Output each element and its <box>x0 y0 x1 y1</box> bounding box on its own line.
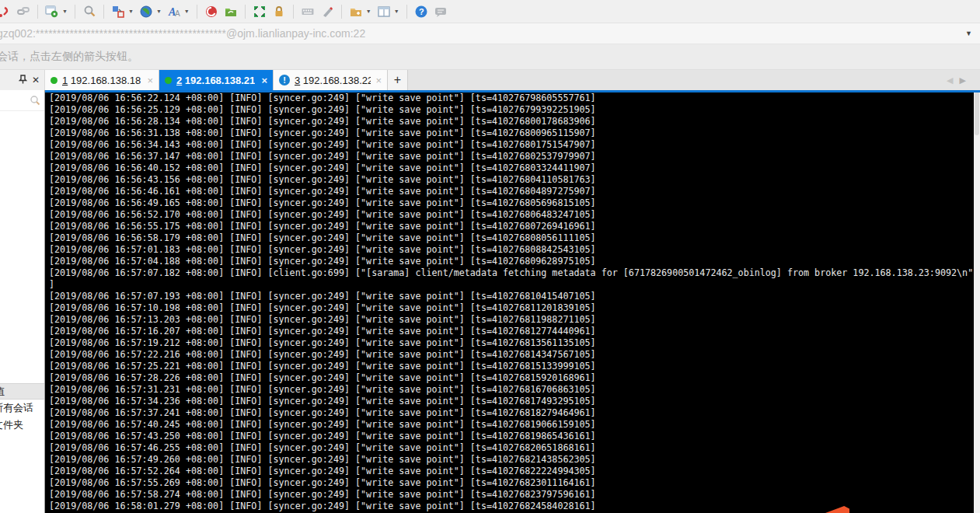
notification-text: 会话，点击左侧的箭头按钮。 <box>0 50 138 64</box>
log-line: [2019/08/06 16:57:55.269 +08:00] [INFO] … <box>49 477 974 489</box>
session-tab[interactable]: 1 192.168.138.18× <box>45 70 159 90</box>
sync-folder-icon[interactable] <box>222 3 239 20</box>
pin-icon[interactable] <box>19 75 27 86</box>
log-line: [2019/08/06 16:56:25.129 +08:00] [INFO] … <box>49 104 974 116</box>
fullscreen-icon[interactable] <box>251 3 268 20</box>
tab-strip: 1 192.168.138.18×2 192.168.138.21×!3 192… <box>45 70 980 90</box>
toolbar-separator <box>103 5 104 19</box>
notification-bar: 会话，点击左侧的箭头按钮。 <box>0 44 980 70</box>
log-line: [2019/08/06 16:56:22.124 +08:00] [INFO] … <box>49 92 974 104</box>
log-line: [2019/08/06 16:56:28.134 +08:00] [INFO] … <box>49 116 974 127</box>
toolbar-separator <box>406 5 407 19</box>
session-tab[interactable]: !3 192.168.138.22× <box>274 70 388 90</box>
sidebar-item[interactable]: 文件夹 <box>0 417 44 434</box>
log-line: [2019/08/06 16:57:46.255 +08:00] [INFO] … <box>49 442 974 454</box>
tab-bar: ✕ 1 192.168.138.18×2 192.168.138.21×!3 1… <box>0 70 980 90</box>
address-bar[interactable]: gzq002:*********************************… <box>0 23 980 44</box>
redraw-swirl-icon[interactable] <box>203 3 220 20</box>
log-line: [2019/08/06 16:57:13.203 +08:00] [INFO] … <box>49 314 974 326</box>
chevron-down-icon[interactable]: ▼ <box>184 9 190 14</box>
log-line: [2019/08/06 16:57:16.207 +08:00] [INFO] … <box>49 326 974 337</box>
font-icon[interactable]: AA <box>166 3 183 20</box>
log-line: [2019/08/06 16:56:43.156 +08:00] [INFO] … <box>49 174 974 186</box>
chevron-down-icon[interactable]: ▼ <box>366 9 371 14</box>
svg-text:?: ? <box>419 7 424 16</box>
tab-scroll-buttons: ◀ ▶ <box>947 70 980 90</box>
chevron-down-icon[interactable]: ▼ <box>128 9 134 14</box>
main-area: 值所有会话文件夹 [2019/08/06 16:56:22.124 +08:00… <box>0 90 980 513</box>
log-line: [2019/08/06 16:57:52.264 +08:00] [INFO] … <box>49 466 974 477</box>
tile-layout-icon[interactable] <box>375 3 392 20</box>
sidebar-section-header: 值 <box>0 383 44 400</box>
log-line: [2019/08/06 16:56:52.170 +08:00] [INFO] … <box>49 209 974 221</box>
unlink-icon[interactable] <box>15 3 32 20</box>
help-icon[interactable]: ? <box>413 3 430 20</box>
keyboard-icon[interactable] <box>299 3 316 20</box>
terminal-screen[interactable]: [2019/08/06 16:56:22.124 +08:00] [INFO] … <box>45 90 974 513</box>
search-icon <box>30 95 40 109</box>
chevron-down-icon[interactable]: ▼ <box>394 9 399 14</box>
svg-text:A: A <box>175 9 180 18</box>
new-folder-icon[interactable] <box>347 3 364 20</box>
log-line: [2019/08/06 16:57:07.193 +08:00] [INFO] … <box>49 291 974 302</box>
log-line: [2019/08/06 16:56:40.152 +08:00] [INFO] … <box>49 162 974 174</box>
session-tab[interactable]: 2 192.168.138.21× <box>159 70 274 90</box>
sidebar-search[interactable] <box>0 92 44 111</box>
close-pane-icon[interactable]: ✕ <box>32 75 40 85</box>
toolbar-separator <box>341 5 342 19</box>
toolbar: ▼ ▼ ▼ AA ▼ <box>0 0 980 23</box>
active-tab-strip <box>45 90 980 92</box>
log-line: [2019/08/06 16:57:43.250 +08:00] [INFO] … <box>49 431 974 442</box>
session-sidebar: 值所有会话文件夹 <box>0 90 45 513</box>
highlighter-icon[interactable] <box>319 3 336 20</box>
log-line: [2019/08/06 16:56:34.143 +08:00] [INFO] … <box>49 139 974 151</box>
tab-scroll-right-icon[interactable]: ▶ <box>960 75 966 86</box>
globe-icon[interactable] <box>138 3 155 20</box>
connected-dot-icon <box>51 77 58 84</box>
log-line: [2019/08/06 16:56:46.161 +08:00] [INFO] … <box>49 186 974 197</box>
log-line: [2019/08/06 16:56:37.147 +08:00] [INFO] … <box>49 151 974 162</box>
log-line: [2019/08/06 16:57:58.274 +08:00] [INFO] … <box>49 489 974 501</box>
tab-scroll-left-icon[interactable]: ◀ <box>947 75 953 86</box>
log-line: [2019/08/06 16:57:34.236 +08:00] [INFO] … <box>49 396 974 407</box>
toolbar-separator <box>37 5 38 19</box>
tab-close-icon[interactable]: × <box>375 75 382 86</box>
toolbar-separator <box>75 5 75 19</box>
log-line: [2019/08/06 16:57:25.221 +08:00] [INFO] … <box>49 361 974 372</box>
toolbar-separator <box>197 5 197 19</box>
log-line: [2019/08/06 16:56:55.175 +08:00] [INFO] … <box>49 221 974 232</box>
sidebar-item[interactable]: 所有会话 <box>0 400 44 417</box>
find-icon[interactable] <box>81 3 98 20</box>
warning-icon: ! <box>279 75 290 86</box>
scrollbar-thumb[interactable] <box>975 92 979 135</box>
log-line: [2019/08/06 16:56:49.165 +08:00] [INFO] … <box>49 197 974 209</box>
log-line: [2019/08/06 16:56:31.138 +08:00] [INFO] … <box>49 127 974 139</box>
log-line: [2019/08/06 16:57:04.188 +08:00] [INFO] … <box>49 256 974 267</box>
new-tab-button[interactable]: + <box>388 70 408 90</box>
connected-dot-icon <box>165 77 172 84</box>
chevron-down-icon[interactable]: ▼ <box>156 9 162 14</box>
toolbar-separator <box>245 5 246 19</box>
log-line: [2019/08/06 16:57:40.245 +08:00] [INFO] … <box>49 419 974 431</box>
toolbar-separator <box>293 5 294 19</box>
tab-close-icon[interactable]: × <box>147 75 153 86</box>
session-properties-icon[interactable] <box>44 3 61 20</box>
chevron-down-icon[interactable]: ▼ <box>62 9 68 14</box>
address-dropdown-icon[interactable]: ▼ <box>965 30 972 37</box>
message-icon[interactable] <box>432 3 449 20</box>
layout-boxes-icon[interactable] <box>110 3 127 20</box>
address-text: gzq002:*********************************… <box>0 27 365 40</box>
log-line: [2019/08/06 16:57:10.198 +08:00] [INFO] … <box>49 302 974 314</box>
tab-label: 2 192.168.138.21 <box>176 75 255 86</box>
sidebar-list: 值所有会话文件夹 <box>0 383 44 434</box>
tab-close-icon[interactable]: × <box>261 75 267 86</box>
log-line: [2019/08/06 16:57:01.183 +08:00] [INFO] … <box>49 244 974 256</box>
log-line: [2019/08/06 16:57:07.182 +08:00] [INFO] … <box>49 267 974 279</box>
log-line: [2019/08/06 16:57:28.226 +08:00] [INFO] … <box>49 372 974 384</box>
session-partial-icon[interactable] <box>0 3 12 20</box>
log-line: [2019/08/06 16:57:37.241 +08:00] [INFO] … <box>49 407 974 419</box>
xshell-window: ▼ ▼ ▼ AA ▼ <box>0 0 980 513</box>
lock-icon[interactable] <box>270 3 288 20</box>
terminal-scrollbar[interactable] <box>974 90 980 513</box>
log-line: [2019/08/06 16:57:22.216 +08:00] [INFO] … <box>49 349 974 361</box>
